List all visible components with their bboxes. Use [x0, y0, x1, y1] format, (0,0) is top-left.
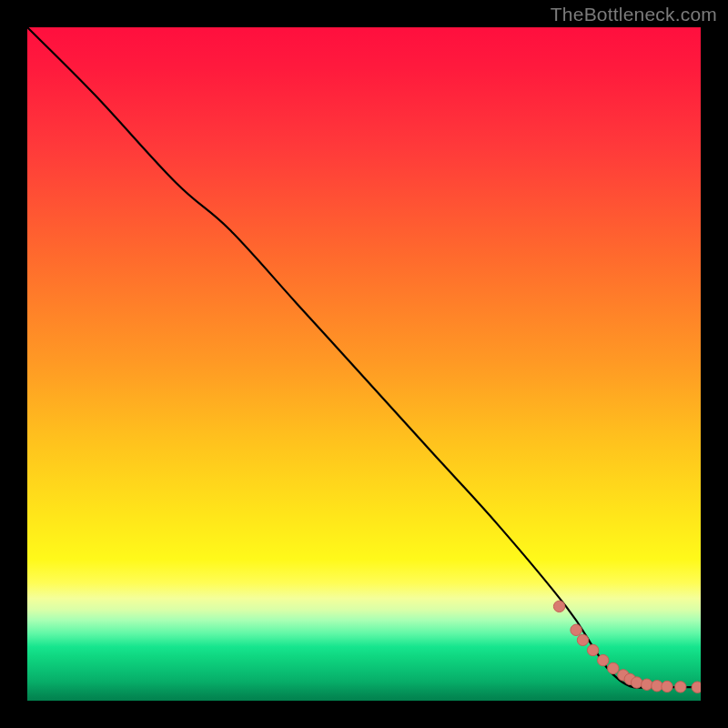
- data-point: [642, 679, 652, 690]
- data-point: [571, 624, 581, 635]
- data-point: [598, 654, 609, 665]
- data-point: [662, 681, 672, 692]
- data-point: [608, 662, 619, 673]
- attribution-label: TheBottleneck.com: [551, 4, 717, 25]
- data-point: [652, 681, 662, 692]
- data-point: [692, 682, 701, 693]
- data-point: [632, 677, 642, 688]
- data-point: [577, 634, 588, 645]
- chart-overlay: [27, 27, 701, 701]
- main-curve: [27, 27, 701, 688]
- plot-area: [27, 27, 701, 701]
- data-point: [675, 682, 686, 693]
- data-point: [553, 601, 564, 612]
- markers-layer: [553, 601, 701, 693]
- chart-stage: TheBottleneck.com: [0, 0, 728, 728]
- data-point: [587, 644, 598, 655]
- curve-layer: [27, 27, 701, 688]
